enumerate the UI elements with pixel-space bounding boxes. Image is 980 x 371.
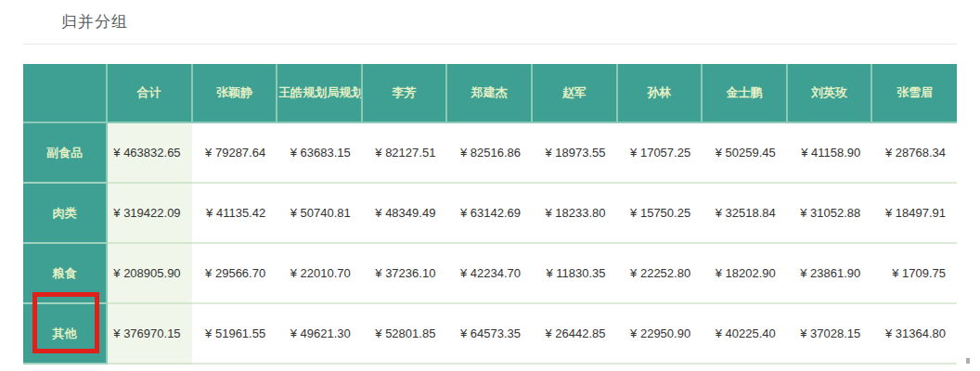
column-header: 郑建杰: [446, 64, 532, 122]
amount-cell: ¥ 48349.49: [362, 183, 447, 243]
header-row: 合计 张颖静 王皓规划局规划 李芳 郑建杰 赵军 孙林 金士鹏 刘英玫 张雪眉: [23, 64, 957, 122]
row-label-highlighted[interactable]: 其他: [23, 303, 107, 364]
amount-cell: ¥ 37028.15: [787, 303, 872, 364]
amount-cell: ¥ 15750.25: [617, 183, 703, 243]
cursor-artifact: [966, 358, 970, 364]
column-header: 赵军: [532, 64, 617, 122]
amount-cell: ¥ 31052.88: [787, 183, 872, 243]
amount-cell: ¥ 23861.90: [787, 243, 872, 303]
merge-group-table-container: 合计 张颖静 王皓规划局规划 李芳 郑建杰 赵军 孙林 金士鹏 刘英玫 张雪眉 …: [23, 64, 957, 365]
amount-cell: ¥ 18497.91: [871, 183, 957, 243]
amount-cell: ¥ 319422.09: [107, 183, 192, 243]
column-header: 王皓规划局规划: [277, 64, 362, 122]
column-header: 刘英玫: [787, 64, 872, 122]
amount-cell: ¥ 52801.85: [362, 303, 447, 364]
amount-cell: ¥ 41135.42: [192, 183, 277, 243]
column-header: 张雪眉: [871, 64, 957, 122]
amount-cell: ¥ 82516.86: [446, 122, 532, 183]
amount-cell: ¥ 64573.35: [446, 303, 532, 364]
column-header-total: 合计: [107, 64, 192, 122]
amount-cell: ¥ 18202.90: [702, 243, 787, 303]
table-row: 其他 ¥ 376970.15 ¥ 51961.55 ¥ 49621.30 ¥ 5…: [23, 303, 957, 364]
merge-group-table: 合计 张颖静 王皓规划局规划 李芳 郑建杰 赵军 孙林 金士鹏 刘英玫 张雪眉 …: [23, 64, 957, 365]
amount-cell: ¥ 42234.70: [446, 243, 532, 303]
amount-cell: ¥ 22252.80: [617, 243, 703, 303]
column-header: 孙林: [617, 64, 703, 122]
amount-cell: ¥ 28768.34: [871, 122, 957, 183]
amount-cell: ¥ 63683.15: [277, 122, 362, 183]
amount-cell: ¥ 17057.25: [617, 122, 703, 183]
amount-cell: ¥ 63142.69: [446, 183, 532, 243]
amount-cell: ¥ 41158.90: [787, 122, 872, 183]
amount-cell: ¥ 11830.35: [532, 243, 617, 303]
page-title: 归并分组: [61, 11, 128, 32]
amount-cell: ¥ 49621.30: [277, 303, 362, 364]
amount-cell: ¥ 37236.10: [362, 243, 447, 303]
amount-cell: ¥ 82127.51: [362, 122, 447, 183]
table-row: 副食品 ¥ 463832.65 ¥ 79287.64 ¥ 63683.15 ¥ …: [23, 122, 957, 183]
table-row: 粮食 ¥ 208905.90 ¥ 29566.70 ¥ 22010.70 ¥ 3…: [23, 243, 957, 303]
table-row: 肉类 ¥ 319422.09 ¥ 41135.42 ¥ 50740.81 ¥ 4…: [23, 183, 957, 243]
amount-cell: ¥ 1709.75: [871, 243, 957, 303]
table-body: 副食品 ¥ 463832.65 ¥ 79287.64 ¥ 63683.15 ¥ …: [23, 122, 957, 364]
amount-cell: ¥ 50740.81: [277, 183, 362, 243]
title-divider: [23, 44, 957, 45]
column-header: 张颖静: [192, 64, 277, 122]
amount-cell: ¥ 40225.40: [702, 303, 787, 364]
amount-cell: ¥ 32518.84: [702, 183, 787, 243]
amount-cell: ¥ 51961.55: [192, 303, 277, 364]
row-label[interactable]: 肉类: [23, 183, 107, 243]
amount-cell: ¥ 26442.85: [532, 303, 617, 364]
amount-cell: ¥ 18973.55: [532, 122, 617, 183]
amount-cell: ¥ 22010.70: [277, 243, 362, 303]
column-header: 李芳: [362, 64, 447, 122]
column-header-empty: [23, 64, 107, 122]
row-label[interactable]: 副食品: [23, 122, 107, 183]
amount-cell: ¥ 22950.90: [617, 303, 703, 364]
amount-cell: ¥ 29566.70: [192, 243, 277, 303]
row-label[interactable]: 粮食: [23, 243, 107, 303]
amount-cell: ¥ 208905.90: [107, 243, 192, 303]
amount-cell: ¥ 50259.45: [702, 122, 787, 183]
amount-cell: ¥ 31364.80: [871, 303, 957, 364]
amount-cell: ¥ 376970.15: [107, 303, 192, 364]
column-header: 金士鹏: [702, 64, 787, 122]
table-header: 合计 张颖静 王皓规划局规划 李芳 郑建杰 赵军 孙林 金士鹏 刘英玫 张雪眉: [23, 64, 957, 122]
amount-cell: ¥ 79287.64: [192, 122, 277, 183]
amount-cell: ¥ 18233.80: [532, 183, 617, 243]
amount-cell: ¥ 463832.65: [107, 122, 192, 183]
